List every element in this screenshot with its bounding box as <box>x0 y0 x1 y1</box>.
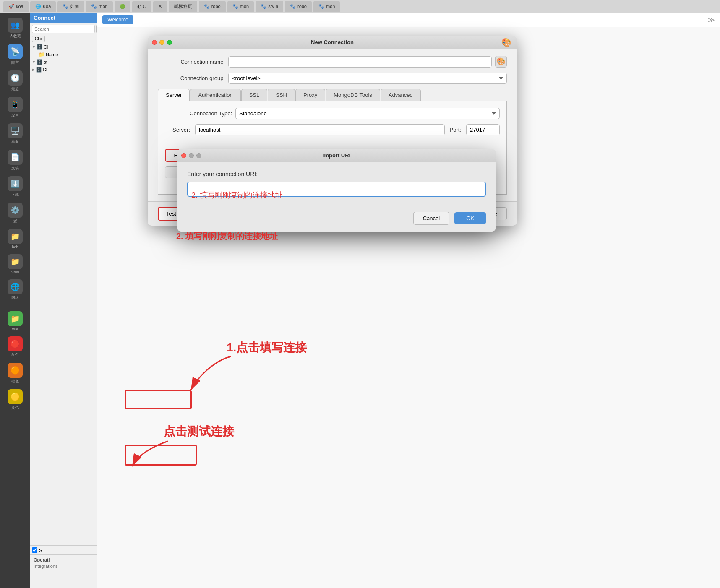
sidebar-item-vue[interactable]: 📁 vue <box>3 310 28 333</box>
tab-robo2[interactable]: 🐾 robo <box>285 1 312 12</box>
server-input[interactable] <box>195 124 445 135</box>
connection-tabs: Server Authentication SSL SSH Proxy Mong… <box>158 89 507 101</box>
tab-newtab[interactable]: 新标签页 <box>169 1 197 12</box>
list-item-at[interactable]: ▼ 🗄️ at <box>30 58 97 66</box>
tab-ssl[interactable]: SSL <box>241 89 268 101</box>
connection-name-row: Connection name: 🎨 <box>158 56 507 68</box>
list-item-cl1[interactable]: ▼ 🗄️ Cl <box>30 43 97 51</box>
tab-icon: 🐾 <box>204 4 210 9</box>
sidebar-item-settings[interactable]: ⚙️ 置 <box>3 201 28 226</box>
tab-c[interactable]: ◐ C <box>132 1 151 12</box>
list-search-input[interactable] <box>32 25 95 33</box>
sidebar-item-downloads[interactable]: ⬇️ 下载 <box>3 174 28 199</box>
import-uri-dialog: Import URI Enter your connection URI: 2.… <box>177 149 496 232</box>
vue-icon: 📁 <box>8 311 23 326</box>
sidebar-item-docs[interactable]: 📄 文稿 <box>3 148 28 173</box>
window-minimize-button[interactable] <box>159 40 164 45</box>
titlebar-controls <box>152 40 172 45</box>
connection-group-select[interactable]: <root level> <box>228 73 507 84</box>
close-icon: ✕ <box>158 4 162 9</box>
tab-proxy[interactable]: Proxy <box>295 89 325 101</box>
recent-icon: 🕐 <box>8 70 23 86</box>
import-uri-body: Enter your connection URI: 2. 填写刚刚复制的连接地… <box>177 162 496 205</box>
tab-close[interactable]: ✕ <box>153 1 167 12</box>
sidebar-item-orange[interactable]: 🟠 橙色 <box>3 361 28 386</box>
db-icon: 🗄️ <box>37 59 43 65</box>
tab-mon1[interactable]: 🐾 mon <box>86 1 112 12</box>
airdrop-icon: 📡 <box>8 44 23 59</box>
connection-type-label: Connection Type: <box>165 110 232 117</box>
list-item-cl2[interactable]: ▶ 🗄️ Cl <box>30 66 97 73</box>
import-uri-input[interactable] <box>187 182 486 197</box>
import-uri-footer: Cancel OK <box>177 205 496 232</box>
people-icon: 👥 <box>8 18 23 33</box>
welcome-tab[interactable]: Welcome <box>102 15 133 24</box>
studio-icon: 📁 <box>8 254 23 269</box>
tab-icon: 🐾 <box>318 4 324 9</box>
import-titlebar-controls <box>181 153 201 158</box>
browser-chrome: 🚀 koa 🌐 Koa 🐾 如何 🐾 mon 🟢 ◐ C ✕ 新标签页 🐾 ro… <box>0 0 720 13</box>
sidebar-item-heh[interactable]: 📁 heh <box>3 227 28 251</box>
server-label: Server: <box>165 127 190 133</box>
settings-icon: ⚙️ <box>8 203 23 218</box>
connection-group-row: Connection group: <root level> <box>158 73 507 84</box>
mac-window: Connect New Clic ▼ 🗄️ Cl 📁 Name ▼ 🗄️ at <box>30 13 720 588</box>
list-panel: Connect New Clic ▼ 🗄️ Cl 📁 Name ▼ 🗄️ at <box>30 13 97 588</box>
window-maximize-button[interactable] <box>167 40 172 45</box>
import-cancel-button[interactable]: Cancel <box>413 212 449 225</box>
connection-name-input[interactable] <box>228 56 492 68</box>
tab-koa[interactable]: 🚀 koa <box>3 1 29 12</box>
tab-mon2[interactable]: 🐾 mon <box>227 1 254 12</box>
port-label: Port: <box>450 127 461 133</box>
sidebar-item-desktop[interactable]: 🖥️ 桌面 <box>3 122 28 146</box>
tab-robo1[interactable]: 🐾 robo <box>199 1 226 12</box>
tab-icon: 🌐 <box>35 4 41 9</box>
server-port-row: Server: Port: <box>165 124 500 135</box>
color-picker-button[interactable]: 🎨 <box>495 56 507 68</box>
sidebar-item-studio[interactable]: 📁 Stud <box>3 252 28 276</box>
tab-ssh[interactable]: SSH <box>268 89 295 101</box>
import-ok-button[interactable]: OK <box>454 212 486 224</box>
list-search-row: New <box>30 23 97 35</box>
tab-green[interactable]: 🟢 <box>115 1 130 12</box>
tab-mongodb-tools[interactable]: MongoDB Tools <box>326 89 380 101</box>
import-maximize-button <box>196 153 201 158</box>
sidebar-item-people[interactable]: 👥 人收藏 <box>3 16 28 41</box>
sidebar-item-apps[interactable]: 📱 应用 <box>3 95 28 120</box>
apps-icon: 📱 <box>8 97 23 112</box>
window-close-button[interactable] <box>152 40 157 45</box>
import-minimize-button <box>189 153 194 158</box>
connection-group-label: Connection group: <box>158 75 225 81</box>
click-button[interactable]: Clic <box>32 36 45 42</box>
tab-icon: 🚀 <box>8 4 14 9</box>
sidebar-item-network[interactable]: 🌐 网络 <box>3 278 28 302</box>
sidebar-item-airdrop[interactable]: 📡 隔空 <box>3 42 28 67</box>
expand-arrow-icon: ▼ <box>32 60 36 64</box>
tab-koa2[interactable]: 🌐 Koa <box>30 1 56 12</box>
tab-advanced[interactable]: Advanced <box>381 89 421 101</box>
download-icon: ⬇️ <box>8 176 23 191</box>
sidebar-item-recent[interactable]: 🕐 最近 <box>3 69 28 94</box>
checkbox[interactable] <box>32 547 37 553</box>
import-close-button[interactable] <box>181 153 186 158</box>
import-uri-title: Import URI <box>323 152 350 159</box>
main-body: New Connection 🎨 Connection name: 🎨 Conn… <box>97 27 720 588</box>
tab-ruhе[interactable]: 🐾 如何 <box>57 1 84 12</box>
tab-server[interactable]: Server <box>158 89 190 101</box>
connection-type-select[interactable]: Standalone <box>235 108 500 119</box>
list-action-row: Clic <box>30 35 97 43</box>
port-input[interactable] <box>466 124 500 135</box>
import-uri-label: Enter your connection URI: <box>187 171 486 177</box>
tab-green-dot-icon: 🟢 <box>120 4 125 9</box>
red-dot-icon: 🔴 <box>8 336 23 351</box>
tab-mon3[interactable]: 🐾 mon <box>313 1 340 12</box>
sidebar-item-yellow[interactable]: 🟡 黄色 <box>3 388 28 412</box>
right-arrow-icon: ≫ <box>708 16 715 24</box>
list-item-name[interactable]: 📁 Name <box>30 51 97 58</box>
left-sidebar: 👥 人收藏 📡 隔空 🕐 最近 📱 应用 🖥️ 桌面 📄 文稿 ⬇️ 下载 ⚙️… <box>0 13 30 588</box>
sidebar-item-red[interactable]: 🔴 红色 <box>3 335 28 359</box>
tab-srv[interactable]: 🐾 srv n <box>256 1 283 12</box>
tab-authentication[interactable]: Authentication <box>190 89 240 101</box>
tab-icon: 🐾 <box>91 4 97 9</box>
main-content: Welcome ≫ New Connection 🎨 <box>97 13 720 588</box>
